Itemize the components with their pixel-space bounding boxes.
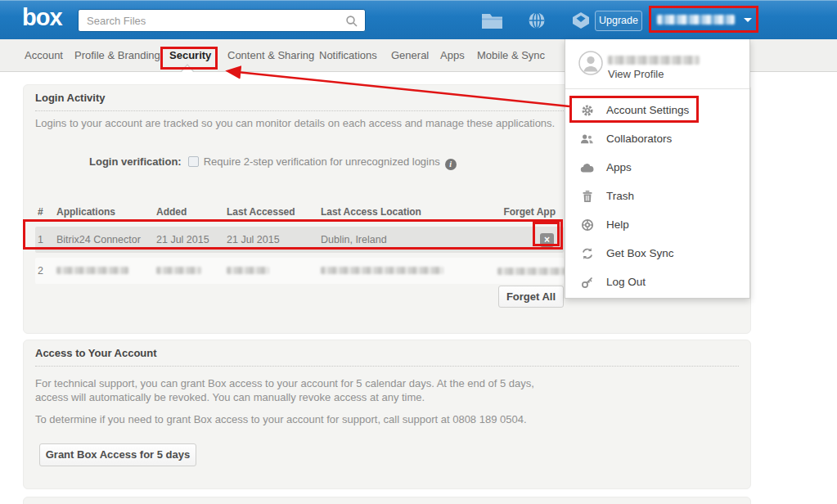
row2-num: 2: [35, 265, 56, 277]
active-tab-caret: [182, 65, 193, 72]
account-access-panel: Access to Your Account For technical sup…: [23, 340, 751, 489]
view-profile-link[interactable]: View Profile: [608, 68, 664, 80]
tab-account[interactable]: Account: [25, 39, 63, 72]
page: box Upgrade Account Pro: [0, 0, 837, 504]
row1-location: Dublin, Ireland: [321, 234, 497, 245]
tab-general[interactable]: General: [391, 39, 429, 72]
search-icon[interactable]: [345, 15, 358, 28]
files-folder-icon[interactable]: [481, 11, 503, 29]
col-last-accessed: Last Accessed: [227, 206, 321, 218]
account-access-title: Access to Your Account: [35, 347, 739, 367]
forget-all-button[interactable]: Forget All: [498, 286, 564, 308]
menu-item-label: Trash: [606, 190, 634, 202]
col-forget-app: Forget App: [497, 206, 564, 218]
row1-added: 21 Jul 2015: [156, 234, 227, 245]
user-dropdown-menu: View Profile Account Settings Collaborat…: [565, 39, 750, 299]
row1-num: 1: [35, 234, 56, 245]
menu-item-account-settings[interactable]: Account Settings: [565, 96, 749, 124]
menu-item-get-box-sync[interactable]: Get Box Sync: [565, 239, 749, 268]
user-menu-button[interactable]: [657, 12, 752, 29]
sync-icon: [580, 247, 594, 260]
menu-item-label: Help: [606, 218, 629, 231]
box-logo[interactable]: box: [22, 4, 62, 31]
menu-item-label: Apps: [606, 161, 632, 173]
trash-icon: [580, 190, 594, 203]
help-icon: [580, 218, 594, 232]
forget-app-x-button[interactable]: ×: [540, 233, 554, 247]
key-icon: [580, 276, 594, 289]
menu-item-log-out[interactable]: Log Out: [565, 268, 749, 296]
login-verification-label: Login verification:: [89, 155, 182, 168]
updates-pocket-icon[interactable]: [570, 11, 592, 29]
redacted-location: [321, 267, 443, 274]
col-location: Last Access Location: [321, 206, 497, 218]
row1-last-accessed: 21 Jul 2015: [227, 234, 321, 245]
search-bar: [78, 9, 366, 32]
dropdown-item-list: Account Settings Collaborators Apps Tras…: [565, 96, 749, 296]
login-activity-table: # Applications Added Last Accessed Last …: [35, 202, 564, 284]
col-num: #: [35, 206, 56, 218]
table-header-row: # Applications Added Last Accessed Last …: [35, 202, 564, 222]
globe-icon[interactable]: [528, 11, 546, 29]
row1-application: Bitrix24 Connector: [56, 234, 156, 245]
next-panel-partial: [23, 497, 751, 504]
tab-notifications[interactable]: Notifications: [319, 39, 377, 72]
tab-mobile-sync[interactable]: Mobile & Sync: [477, 39, 545, 72]
redacted-forget-note: [497, 268, 568, 275]
gear-icon: [580, 104, 594, 117]
redacted-user-name: [657, 15, 735, 25]
top-header: box Upgrade: [0, 0, 837, 39]
table-row[interactable]: 2 ×: [35, 258, 564, 284]
redacted-application: [56, 267, 128, 274]
redacted-last-accessed: [227, 267, 269, 274]
account-access-paragraph-2: To determine if you need to grant Box ac…: [35, 412, 608, 426]
menu-item-help[interactable]: Help: [565, 210, 749, 239]
table-row[interactable]: 1 Bitrix24 Connector 21 Jul 2015 21 Jul …: [35, 227, 564, 253]
menu-item-label: Account Settings: [606, 104, 689, 116]
info-icon[interactable]: i: [445, 159, 457, 170]
col-added: Added: [156, 206, 227, 218]
menu-item-label: Collaborators: [606, 133, 672, 145]
menu-item-collaborators[interactable]: Collaborators: [565, 124, 749, 153]
people-icon: [580, 133, 594, 145]
menu-item-label: Log Out: [606, 276, 646, 288]
tab-content-sharing[interactable]: Content & Sharing: [227, 39, 314, 72]
redacted-user-name: [608, 56, 700, 65]
account-access-paragraph-1: For technical support, you can grant Box…: [35, 376, 563, 404]
menu-item-label: Get Box Sync: [606, 247, 674, 259]
menu-item-apps[interactable]: Apps: [565, 153, 749, 182]
chevron-down-icon: [744, 18, 752, 22]
redacted-added: [156, 267, 201, 274]
avatar: [578, 51, 603, 75]
cloud-icon: [580, 163, 594, 173]
menu-item-trash[interactable]: Trash: [565, 182, 749, 210]
grant-access-button[interactable]: Grant Box Access for 5 days: [39, 443, 196, 466]
upgrade-button[interactable]: Upgrade: [595, 11, 642, 31]
col-applications: Applications: [56, 206, 156, 218]
tab-apps[interactable]: Apps: [440, 39, 465, 72]
two-step-label: Require 2-step verification for unrecogn…: [204, 155, 440, 168]
login-verification-row: Login verification:Require 2-step verifi…: [89, 154, 457, 167]
tab-profile-branding[interactable]: Profile & Branding: [74, 39, 160, 72]
two-step-checkbox[interactable]: [188, 156, 199, 167]
dropdown-divider: [565, 88, 749, 89]
search-input[interactable]: [87, 10, 340, 31]
